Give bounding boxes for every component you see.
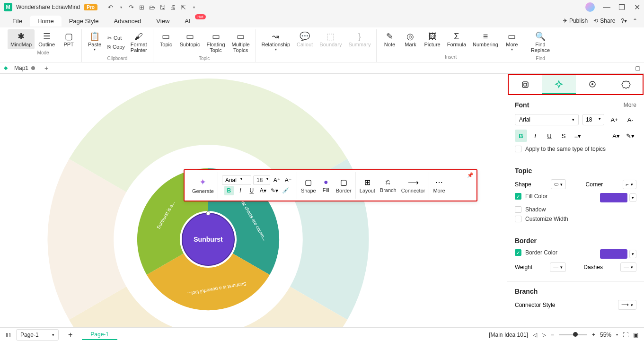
bold-button[interactable]: B (515, 130, 527, 142)
font-shrink-button[interactable]: A- (624, 114, 636, 126)
topic-button[interactable]: ▭Topic (156, 29, 176, 55)
generate-label[interactable]: Generate (192, 188, 214, 194)
sp-tab-topic[interactable] (509, 75, 542, 94)
add-tab-button[interactable]: + (42, 64, 51, 72)
italic-button[interactable]: I (529, 130, 541, 142)
shape-icon[interactable]: ▢ (305, 178, 312, 187)
corner-picker[interactable]: ⌐▾ (623, 180, 636, 189)
nav-right-icon[interactable]: ▷ (542, 332, 546, 338)
open-icon[interactable]: 🗁 (149, 3, 156, 11)
sp-tab-mark[interactable] (576, 75, 609, 94)
ft-font-select[interactable]: Arial▾ (222, 175, 251, 185)
relationship-button[interactable]: ↝Relationship▾ (259, 29, 293, 53)
ft-size-select[interactable]: 18▾ (253, 175, 270, 185)
paste-dropdown-icon[interactable]: ▾ (94, 47, 96, 52)
fill-color-swatch[interactable] (600, 193, 627, 202)
relationship-dropdown-icon[interactable]: ▾ (275, 47, 277, 52)
weight-picker[interactable]: —▾ (550, 262, 566, 272)
undo-icon[interactable]: ↶ (107, 3, 115, 11)
menu-home[interactable]: Home (30, 16, 62, 26)
ppt-button[interactable]: ▢PPT (59, 29, 79, 49)
share-button[interactable]: ⟲Share (593, 17, 615, 24)
outline-view-icon[interactable]: ⫿⫿ (6, 332, 11, 338)
nav-left-icon[interactable]: ◁ (533, 332, 537, 338)
redo-icon[interactable]: ↷ (128, 3, 135, 11)
menu-view[interactable]: View (149, 16, 177, 26)
ft-bold[interactable]: B (224, 186, 234, 195)
dashes-picker[interactable]: —▾ (620, 262, 636, 272)
ribbon-more-button[interactable]: ▭More▾ (502, 29, 522, 53)
user-avatar[interactable] (585, 2, 595, 12)
outline-button[interactable]: ☰Outline (35, 29, 58, 49)
ft-font-color[interactable]: A▾ (258, 186, 268, 195)
summary-button[interactable]: }Summary (345, 29, 373, 53)
maximize-icon[interactable]: ❐ (618, 4, 625, 10)
branch-icon[interactable]: ⎌ (386, 178, 390, 186)
fill-icon[interactable]: ● (324, 178, 328, 186)
zoom-in-icon[interactable]: + (592, 332, 595, 338)
new-icon[interactable]: ⊞ (138, 3, 146, 11)
ft-highlight[interactable]: ✎▾ (270, 186, 279, 195)
boundary-button[interactable]: ⬚Boundary (317, 29, 344, 53)
fill-color-checkbox[interactable]: ✓ (515, 193, 521, 200)
custom-width-checkbox[interactable] (515, 216, 521, 222)
picture-button[interactable]: 🖼Picture (421, 29, 443, 53)
zoom-dropdown-icon[interactable]: ▾ (616, 332, 618, 337)
font-more-link[interactable]: More (624, 102, 636, 108)
connector-icon[interactable]: ⟶ (408, 178, 419, 187)
align-button[interactable]: ≡▾ (572, 130, 584, 142)
copy-button[interactable]: ⎘Copy (106, 43, 127, 51)
panel-toggle-icon[interactable]: ▢ (635, 65, 640, 71)
mark-button[interactable]: ◎Mark (400, 29, 420, 53)
layout-icon[interactable]: ⊞ (364, 178, 371, 187)
minimize-icon[interactable]: — (603, 4, 610, 10)
ft-italic[interactable]: I (236, 186, 245, 195)
close-icon[interactable]: ✕ (634, 4, 640, 10)
apply-same-checkbox[interactable] (515, 146, 521, 152)
cut-button[interactable]: ✂Cut (106, 34, 127, 42)
font-size-select[interactable]: 18▾ (582, 114, 604, 125)
ft-underline[interactable]: U (247, 186, 256, 195)
shadow-checkbox[interactable] (515, 206, 521, 213)
menu-file[interactable]: File (5, 16, 30, 26)
format-painter-button[interactable]: 🖌Format Painter (128, 29, 150, 55)
find-replace-button[interactable]: 🔍Find Replace (528, 29, 553, 55)
font-family-select[interactable]: Arial▾ (515, 114, 579, 125)
paste-button[interactable]: 📋Paste▾ (85, 29, 105, 55)
menu-advanced[interactable]: Advanced (106, 16, 149, 26)
help-icon[interactable]: ?▾ (621, 17, 627, 24)
print-icon[interactable]: 🖨 (169, 3, 177, 11)
chevron-down-icon[interactable]: ▾ (629, 250, 636, 258)
subtopic-button[interactable]: ▭Subtopic (177, 29, 203, 55)
underline-button[interactable]: U (543, 130, 556, 142)
zoom-value[interactable]: 55% (600, 332, 611, 338)
ft-eyedropper[interactable]: 💉 (281, 186, 291, 195)
mindmap-button[interactable]: ✱MindMap (8, 29, 35, 49)
ft-font-grow[interactable]: A⁺ (272, 175, 282, 185)
fit-view-icon[interactable]: ⛶ (623, 332, 628, 338)
callout-button[interactable]: 💬Callout (294, 29, 316, 53)
highlight-button[interactable]: ✎▾ (624, 130, 636, 142)
zoom-slider[interactable] (559, 334, 587, 335)
floating-topic-button[interactable]: ▭Floating Topic (203, 29, 228, 55)
border-color-checkbox[interactable]: ✓ (515, 249, 521, 256)
more-dropdown-icon[interactable]: ▾ (511, 47, 513, 52)
font-grow-button[interactable]: A+ (608, 114, 620, 126)
sp-tab-style[interactable] (542, 75, 576, 94)
save-icon[interactable]: 🖫 (159, 3, 167, 11)
menu-page-style[interactable]: Page Style (62, 16, 106, 26)
add-page-button[interactable]: + (63, 331, 77, 339)
shape-picker[interactable]: ⬭▾ (551, 179, 566, 189)
doc-tab[interactable]: Map1 (10, 64, 39, 72)
fullscreen-icon[interactable]: ▣ (633, 332, 638, 338)
formula-button[interactable]: ΣFormula (444, 29, 469, 53)
sp-tab-settings[interactable] (609, 75, 643, 94)
strike-button[interactable]: S (557, 130, 570, 142)
collapse-ribbon-icon[interactable]: ⌃ (633, 17, 637, 24)
ft-more-icon[interactable]: ⋯ (435, 178, 443, 187)
border-color-swatch[interactable] (600, 249, 627, 259)
pin-icon[interactable]: 📌 (467, 172, 474, 178)
page-select[interactable]: Page-1▾ (16, 329, 59, 341)
undo-dropdown-icon[interactable]: ▾ (117, 3, 125, 11)
note-button[interactable]: ✎Note (379, 29, 399, 53)
